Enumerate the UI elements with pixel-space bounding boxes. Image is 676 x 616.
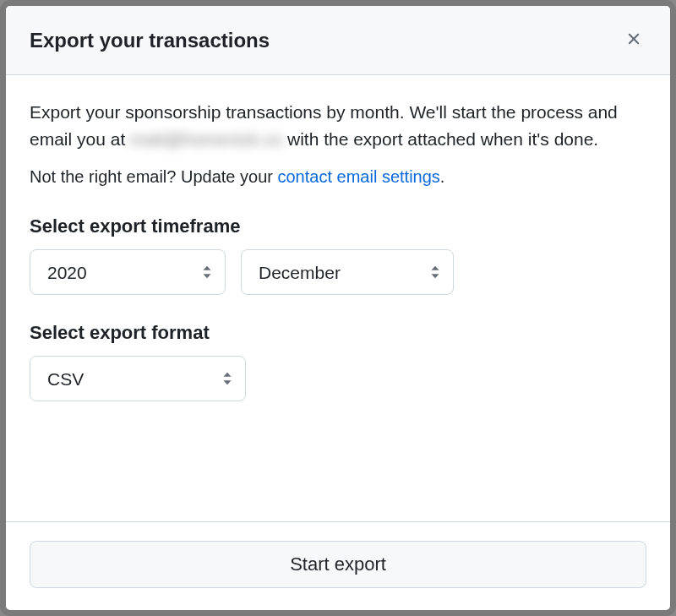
- masked-email: matt@homenick.co: [130, 126, 282, 153]
- dialog-header: Export your transactions: [6, 6, 670, 75]
- dialog-title: Export your transactions: [30, 29, 270, 52]
- dialog-footer: Start export: [6, 521, 670, 610]
- close-icon: [624, 30, 643, 51]
- email-note-suffix: .: [440, 167, 445, 186]
- email-note: Not the right email? Update your contact…: [30, 167, 646, 187]
- month-select-wrap: December: [241, 249, 454, 295]
- start-export-button[interactable]: Start export: [30, 541, 646, 588]
- email-note-prefix: Not the right email? Update your: [30, 167, 278, 186]
- year-select-wrap: 2020: [30, 249, 226, 295]
- export-transactions-dialog: Export your transactions Export your spo…: [0, 0, 676, 616]
- desc-suffix: with the export attached when it's done.: [282, 129, 598, 149]
- format-label: Select export format: [30, 322, 646, 344]
- format-select[interactable]: CSV: [30, 356, 246, 401]
- contact-email-settings-link[interactable]: contact email settings: [278, 167, 440, 186]
- format-select-wrap: CSV: [30, 356, 246, 401]
- month-select[interactable]: December: [241, 249, 454, 295]
- timeframe-label: Select export timeframe: [30, 215, 646, 237]
- format-row: CSV: [30, 356, 646, 401]
- export-description: Export your sponsorship transactions by …: [30, 99, 646, 152]
- year-select[interactable]: 2020: [30, 249, 226, 295]
- dialog-body: Export your sponsorship transactions by …: [6, 75, 670, 521]
- close-button[interactable]: [621, 26, 646, 54]
- timeframe-row: 2020 December: [30, 249, 646, 295]
